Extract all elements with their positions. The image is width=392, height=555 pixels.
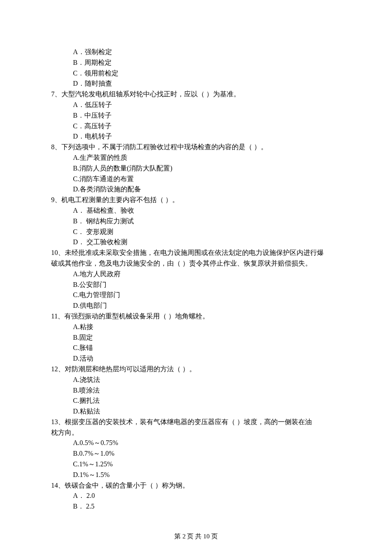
option-c: C.捆扎法: [73, 396, 341, 406]
option-b: B.固定: [73, 332, 341, 343]
page: A．强制检定 B．周期检定 C．领用前检定 D．随时抽查 7、大型汽轮发电机组轴…: [0, 0, 392, 555]
option-list: A.生产装置的性质 B.消防人员的数量(消防大队配置) C.消防车通道的布置 D…: [51, 153, 341, 195]
question-text: 8、下列选项中，不属于消防工程验收过程中现场检查的内容的是（ ）。: [51, 142, 341, 153]
option-c: C． 变形观测: [73, 227, 341, 237]
option-list: A.0.5%～0.75% B.0.7%～1.0% C.1%～1.25% D.1%…: [51, 438, 341, 480]
question-7: 7、大型汽轮发电机组轴系对轮中心找正时，应以（ ）为基准。 A．低压转子 B．中…: [51, 89, 341, 142]
option-a: A.0.5%～0.75%: [73, 438, 341, 448]
option-d: D．随时抽查: [73, 78, 341, 89]
question-10: 10、未经批准或未采取安全措施，在电力设施周围或在依法划定的电力设施保护区内进行…: [51, 248, 341, 311]
option-list: A.浇筑法 B.喷涂法 C.捆扎法 D.粘贴法: [51, 375, 341, 417]
option-d: D.1%～1.5%: [73, 470, 341, 480]
question-text: 7、大型汽轮发电机组轴系对轮中心找正时，应以（ ）为基准。: [51, 89, 341, 100]
page-footer: 第 2 页 共 10 页: [0, 532, 392, 541]
option-d: D． 交工验收检测: [73, 237, 341, 248]
option-b: B． 钢结构应力测试: [73, 216, 341, 227]
option-a: A．低压转子: [73, 100, 341, 110]
question-14: 14、铁碳合金中，碳的含量小于（ ）称为钢。 A． 2.0 B． 2.5: [51, 480, 341, 512]
question-12: 12、对防潮层和绝热层均可以适用的方法（ ）。 A.浇筑法 B.喷涂法 C.捆扎…: [51, 364, 341, 417]
question-text-line1: 10、未经批准或未采取安全措施，在电力设施周围或在依法划定的电力设施保护区内进行…: [51, 248, 341, 258]
option-c: C.电力管理部门: [73, 290, 341, 301]
option-b: B．中压转子: [73, 110, 341, 121]
option-d: D．电机转子: [73, 131, 341, 142]
option-d: D.各类消防设施的配备: [73, 184, 341, 195]
option-list: A．强制检定 B．周期检定 C．领用前检定 D．随时抽查: [51, 47, 341, 89]
option-a: A.粘接: [73, 322, 341, 332]
option-a: A.浇筑法: [73, 375, 341, 385]
option-b: B.消防人员的数量(消防大队配置): [73, 163, 341, 174]
option-a: A．强制检定: [73, 47, 341, 58]
option-c: C.消防车通道的布置: [73, 174, 341, 185]
question-text: 12、对防潮层和绝热层均可以适用的方法（ ）。: [51, 364, 341, 375]
question-text: 14、铁碳合金中，碳的含量小于（ ）称为钢。: [51, 480, 341, 491]
option-list: A． 2.0 B． 2.5: [51, 491, 341, 512]
option-c: C.胀锚: [73, 343, 341, 353]
question-text: 11、有强烈振动的重型机械设备采用（ ）地角螺栓。: [51, 311, 341, 322]
question-text-line2: 破或其他作业，危及电力设施安全的，由（ ）责令其停止作业、恢复原状并赔偿损失。: [51, 258, 341, 269]
option-c: C．高压转子: [73, 121, 341, 132]
question-text-line2: 枕方向。: [51, 428, 341, 438]
option-list: A．低压转子 B．中压转子 C．高压转子 D．电机转子: [51, 100, 341, 142]
option-list: A.粘接 B.固定 C.胀锚 D.活动: [51, 322, 341, 364]
option-a: A． 基础检查、验收: [73, 205, 341, 216]
option-d: D.活动: [73, 353, 341, 364]
question-13: 13、根据变压器的安装技术，装有气体继电器的变压器应有（ ）坡度，高的一侧装在油…: [51, 417, 341, 480]
option-b: B.0.7%～1.0%: [73, 448, 341, 459]
option-b: B.公安部门: [73, 280, 341, 290]
option-b: B． 2.5: [73, 501, 341, 512]
question-11: 11、有强烈振动的重型机械设备采用（ ）地角螺栓。 A.粘接 B.固定 C.胀锚…: [51, 311, 341, 364]
option-list: A.地方人民政府 B.公安部门 C.电力管理部门 D.供电部门: [51, 269, 341, 311]
question-8: 8、下列选项中，不属于消防工程验收过程中现场检查的内容的是（ ）。 A.生产装置…: [51, 142, 341, 195]
option-d: D.供电部门: [73, 301, 341, 311]
option-a: A.地方人民政府: [73, 269, 341, 280]
option-list: A． 基础检查、验收 B． 钢结构应力测试 C． 变形观测 D． 交工验收检测: [51, 205, 341, 248]
question-text-line1: 13、根据变压器的安装技术，装有气体继电器的变压器应有（ ）坡度，高的一侧装在油: [51, 417, 341, 428]
option-d: D.粘贴法: [73, 406, 341, 417]
option-a: A.生产装置的性质: [73, 153, 341, 163]
option-c: C.1%～1.25%: [73, 459, 341, 470]
question-6-options: A．强制检定 B．周期检定 C．领用前检定 D．随时抽查: [51, 47, 341, 89]
question-9: 9、机电工程测量的主要内容不包括（ ）。 A． 基础检查、验收 B． 钢结构应力…: [51, 195, 341, 248]
option-c: C．领用前检定: [73, 68, 341, 79]
option-b: B．周期检定: [73, 58, 341, 68]
option-b: B.喷涂法: [73, 385, 341, 396]
option-a: A． 2.0: [73, 491, 341, 501]
question-text: 9、机电工程测量的主要内容不包括（ ）。: [51, 195, 341, 205]
